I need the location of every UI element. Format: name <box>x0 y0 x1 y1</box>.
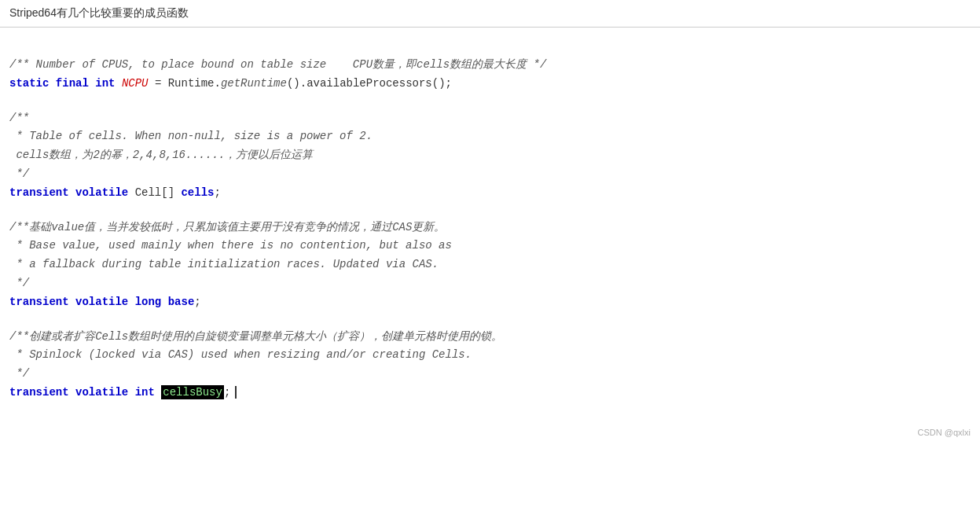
blank-line-4 <box>9 312 971 328</box>
kw-transient-3: transient <box>9 386 69 399</box>
var-ncpu: NCPU <box>122 77 149 90</box>
method-getruntime: getRuntime <box>221 77 287 90</box>
comment-cells-2: * Table of cells. When non-null, size is… <box>9 127 971 146</box>
code-cells: transient volatile Cell[] cells; <box>9 184 971 203</box>
kw-int-cellsbusy: int <box>135 386 155 399</box>
comment-cellsbusy-1: * Spinlock (locked via CAS) used when re… <box>9 346 971 365</box>
comment-base-end: */ <box>9 274 971 293</box>
comment-base-1: * Base value, used mainly when there is … <box>9 237 971 256</box>
text-cursor <box>235 386 237 399</box>
code-ncpu: static final int NCPU = Runtime.getRunti… <box>9 75 971 94</box>
kw-int: int <box>95 77 115 90</box>
kw-volatile-1: volatile <box>75 186 128 199</box>
comment-text: /** Number of CPUS, to place bound on ta… <box>9 58 546 71</box>
var-cells: cells <box>181 186 214 199</box>
page-header: Striped64有几个比较重要的成员函数 <box>0 0 980 28</box>
watermark: CSDN @qxlxi <box>918 425 971 440</box>
kw-long: long <box>135 296 162 308</box>
var-cellsbusy-highlight: cellsBusy <box>161 385 224 399</box>
kw-volatile-3: volatile <box>75 386 128 399</box>
kw-final: final <box>56 77 89 90</box>
kw-static: static <box>9 77 49 90</box>
code-area: /** Number of CPUS, to place bound on ta… <box>0 28 980 447</box>
blank-line-3 <box>9 203 971 219</box>
comment-cells-1: /** <box>9 109 971 128</box>
var-base: base <box>168 296 195 308</box>
comment-cells-end: */ <box>9 165 971 184</box>
kw-transient-2: transient <box>9 296 69 308</box>
blank-line-6 <box>9 418 971 434</box>
comment-cellsbusy-end: */ <box>9 365 971 384</box>
comment-cells-cn: cells数组，为2的幂，2,4,8,16......，方便以后位运算 <box>9 146 971 165</box>
code-cellsbusy: transient volatile int cellsBusy; <box>9 384 971 403</box>
page-title: Striped64有几个比较重要的成员函数 <box>9 6 189 19</box>
blank-line-5 <box>9 403 971 418</box>
kw-volatile-2: volatile <box>75 296 128 308</box>
blank-line-2 <box>9 94 971 109</box>
kw-transient-1: transient <box>9 186 69 199</box>
method-available: availableProcessors <box>306 77 432 90</box>
comment-ncpu: /** Number of CPUS, to place bound on ta… <box>9 56 971 75</box>
comment-base-cn: /**基础value值，当并发较低时，只累加该值主要用于没有竞争的情况，通过CA… <box>9 219 971 237</box>
comment-cellsbusy-cn: /**创建或者扩容Cells数组时使用的自旋锁变量调整单元格大小（扩容），创建单… <box>9 328 971 347</box>
code-base: transient volatile long base; <box>9 293 971 312</box>
comment-base-2: * a fallback during table initialization… <box>9 256 971 274</box>
blank-line-1 <box>9 40 971 56</box>
